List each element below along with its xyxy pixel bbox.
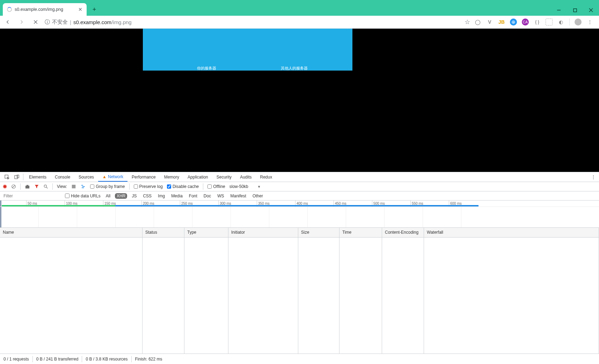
col-name[interactable]: Name (0, 228, 143, 237)
tab-redux[interactable]: Redux (256, 172, 276, 182)
chip-doc[interactable]: Doc (202, 193, 213, 199)
window-close-button[interactable] (583, 5, 599, 16)
chip-img[interactable]: Img (156, 193, 167, 199)
filter-input[interactable] (2, 193, 61, 199)
col-time[interactable]: Time (339, 228, 382, 237)
tab-memory[interactable]: Memory (160, 172, 183, 182)
capture-screenshot-icon[interactable] (25, 184, 30, 189)
tab-console[interactable]: Console (51, 172, 74, 182)
group-by-frame-checkbox[interactable]: Group by frame (90, 184, 125, 189)
chip-manifest[interactable]: Manifest (229, 193, 248, 199)
profile-avatar-icon[interactable] (575, 19, 582, 26)
view-label: View: (57, 184, 67, 189)
chip-other[interactable]: Other (251, 193, 265, 199)
devtools-panel: Elements Console Sources ▲Network Perfor… (0, 172, 599, 364)
chrome-menu-icon[interactable]: ⋮ (586, 19, 593, 26)
col-status[interactable]: Status (143, 228, 184, 237)
network-toolbar: View: Group by frame Preserve log Disabl… (0, 182, 599, 191)
extension-icon[interactable] (546, 19, 553, 26)
devtools-menu-icon[interactable]: ⋮ (588, 172, 599, 182)
table-body-empty (0, 238, 599, 354)
tab-elements[interactable]: Elements (25, 172, 51, 182)
back-button[interactable] (3, 17, 13, 27)
forward-button[interactable] (17, 17, 27, 27)
loading-spinner-icon (7, 7, 12, 12)
image-caption-right: 其他人的服务器 (281, 66, 308, 71)
extension-icon[interactable]: JB (498, 19, 505, 26)
timeline-bar (2, 205, 115, 206)
tab-application[interactable]: Application (183, 172, 212, 182)
status-finish: Finish: 622 ms (135, 357, 162, 362)
status-transferred: 0 B / 241 B transferred (36, 357, 79, 362)
chip-font[interactable]: Font (187, 193, 199, 199)
filter-icon[interactable] (34, 184, 39, 189)
bookmark-star-icon[interactable]: ☆ (465, 18, 470, 26)
inspect-element-icon[interactable] (2, 172, 12, 182)
svg-rect-15 (72, 185, 76, 185)
svg-line-14 (46, 187, 48, 189)
address-bar[interactable]: ⓘ 不安全 | s0.example.com/img.png (45, 19, 460, 26)
chip-all[interactable]: All (104, 193, 112, 199)
extension-icon[interactable]: ◐ (557, 19, 564, 26)
col-waterfall[interactable]: Waterfall (424, 228, 599, 237)
col-type[interactable]: Type (184, 228, 228, 237)
large-rows-icon[interactable] (71, 184, 76, 189)
network-table: Name Status Type Initiator Size Time Con… (0, 228, 599, 354)
url-host: s0.example.com (73, 19, 111, 25)
tab-title: s0.example.com/img.png (15, 7, 75, 12)
chip-js[interactable]: JS (130, 193, 138, 199)
search-icon[interactable] (43, 184, 48, 189)
tab-performance[interactable]: Performance (127, 172, 160, 182)
extension-icon[interactable]: ⊕ (510, 19, 517, 26)
record-button[interactable] (3, 184, 7, 189)
svg-rect-12 (27, 185, 28, 186)
tab-sources[interactable]: Sources (74, 172, 98, 182)
waterfall-view-icon[interactable] (80, 184, 86, 189)
filter-chips: All XHR JS CSS Img Media Font Doc WS Man… (104, 193, 265, 199)
new-tab-button[interactable]: + (89, 5, 99, 14)
chip-xhr[interactable]: XHR (115, 193, 127, 199)
extensions-tray: ◯ V JB ⊕ CA { } ◐ ⋮ (474, 19, 596, 26)
svg-line-10 (13, 185, 15, 188)
status-resources: 0 B / 3.8 KB resources (86, 357, 127, 362)
col-content-encoding[interactable]: Content-Encoding (382, 228, 424, 237)
timeline-bar (115, 205, 479, 206)
page-viewport: 你的服务器 其他人的服务器 (0, 29, 599, 172)
window-controls (551, 5, 599, 16)
svg-rect-11 (25, 185, 29, 188)
offline-checkbox[interactable]: Offline (207, 184, 225, 189)
device-toolbar-icon[interactable] (12, 172, 22, 182)
status-requests: 0 / 1 requests (3, 357, 29, 362)
image-caption-left: 你的服务器 (197, 66, 216, 71)
chip-media[interactable]: Media (169, 193, 184, 199)
preserve-log-checkbox[interactable]: Preserve log (134, 184, 163, 189)
col-size[interactable]: Size (298, 228, 339, 237)
extension-icon[interactable]: V (486, 19, 493, 26)
chip-css[interactable]: CSS (141, 193, 153, 199)
throttling-select[interactable]: slow-50kb (229, 184, 253, 189)
disable-cache-checkbox[interactable]: Disable cache (167, 184, 199, 189)
svg-point-13 (44, 185, 46, 187)
dropdown-icon[interactable]: ▼ (257, 185, 261, 189)
maximize-button[interactable] (567, 5, 583, 16)
site-info-icon[interactable]: ⓘ (45, 19, 50, 26)
network-status-bar: 0 / 1 requests 0 B / 241 B transferred 0… (0, 354, 599, 364)
tab-network[interactable]: ▲Network (98, 172, 127, 182)
extension-icon[interactable]: { } (534, 19, 541, 26)
chip-ws[interactable]: WS (216, 193, 226, 199)
hide-data-urls-checkbox[interactable]: Hide data URLs (65, 194, 101, 198)
network-timeline[interactable]: 50 ms 100 ms 150 ms 200 ms 250 ms 300 ms… (0, 201, 599, 228)
browser-tab[interactable]: s0.example.com/img.png ✕ (3, 3, 87, 16)
browser-toolbar: ⓘ 不安全 | s0.example.com/img.png ☆ ◯ V JB … (0, 16, 599, 29)
clear-button[interactable] (11, 184, 16, 189)
svg-rect-16 (72, 186, 76, 187)
minimize-button[interactable] (551, 5, 567, 16)
extension-icon[interactable]: CA (522, 19, 529, 26)
tab-security[interactable]: Security (212, 172, 236, 182)
table-header: Name Status Type Initiator Size Time Con… (0, 228, 599, 238)
close-tab-icon[interactable]: ✕ (78, 7, 82, 12)
tab-audits[interactable]: Audits (236, 172, 256, 182)
extension-icon[interactable]: ◯ (474, 19, 481, 26)
col-initiator[interactable]: Initiator (228, 228, 298, 237)
stop-reload-button[interactable] (31, 17, 41, 27)
